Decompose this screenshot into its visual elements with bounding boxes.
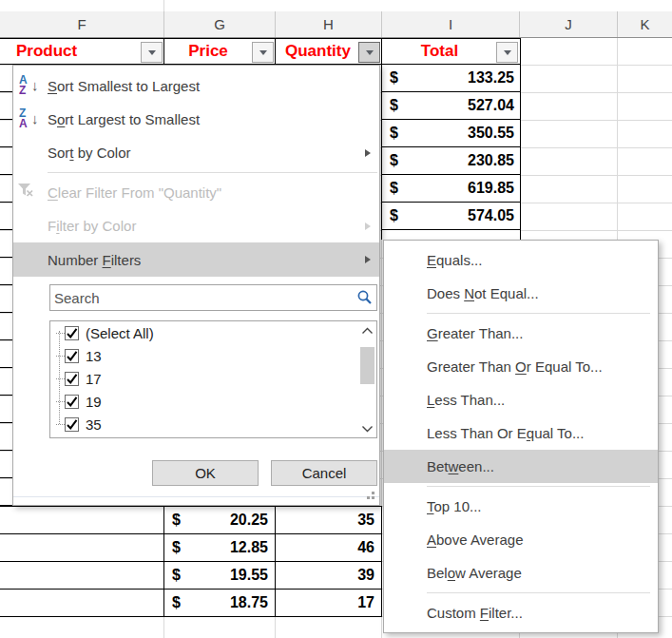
- tree-line: [56, 424, 65, 425]
- checkbox-checked[interactable]: [65, 395, 79, 409]
- sort-az-icon: AZ↓: [17, 74, 46, 99]
- submenu-item-greater-than[interactable]: Greater Than...: [384, 317, 658, 350]
- menu-item-label: Less Than Or Equal To...: [427, 425, 584, 441]
- cancel-button[interactable]: Cancel: [271, 460, 377, 486]
- column-header-h[interactable]: H: [276, 11, 382, 37]
- checkbox-checked[interactable]: [65, 372, 79, 386]
- submenu-arrow-icon: [365, 256, 371, 263]
- menu-item-sort-largest[interactable]: ZA↓ Sort Largest to Smallest: [13, 103, 379, 136]
- column-header-j[interactable]: J: [520, 11, 618, 37]
- table-row[interactable]: $12.85 46: [0, 534, 382, 562]
- submenu-item-greater-than-or-equal[interactable]: Greater Than Or Equal To...: [384, 350, 658, 383]
- table-row[interactable]: $574.05: [382, 203, 520, 230]
- menu-item-label: Custom Filter...: [427, 605, 523, 621]
- submenu-item-equals[interactable]: Equals...: [384, 243, 658, 277]
- table-row[interactable]: $20.25 35: [0, 507, 382, 534]
- list-item-value[interactable]: 35: [50, 413, 376, 435]
- tree-line: [56, 378, 65, 379]
- table-row[interactable]: $527.04: [382, 92, 520, 120]
- submenu-item-less-than-or-equal[interactable]: Less Than Or Equal To...: [384, 416, 658, 450]
- excel-worksheet: F G H I J K Product Price Quantity Total…: [0, 0, 672, 638]
- scroll-up-icon[interactable]: [358, 322, 376, 338]
- menu-item-label: Equals...: [427, 252, 482, 268]
- number-filters-submenu: Equals... Does Not Equal... Greater Than…: [383, 240, 659, 633]
- table-row[interactable]: $350.55: [382, 120, 520, 147]
- column-header-k[interactable]: K: [618, 11, 672, 37]
- price-cell[interactable]: $18.75: [164, 590, 276, 616]
- price-cell[interactable]: $19.55: [164, 562, 276, 589]
- menu-item-label: Top 10...: [427, 498, 482, 514]
- checkbox-checked[interactable]: [65, 417, 79, 432]
- product-filter-button[interactable]: [141, 42, 163, 63]
- product-cell-empty[interactable]: [0, 590, 164, 616]
- list-item-select-all[interactable]: (Select All): [50, 321, 376, 344]
- scrollbar-thumb[interactable]: [360, 347, 374, 384]
- menu-item-label: Above Average: [427, 532, 523, 548]
- bottom-data-rows: $20.25 35 $12.85 46 $19.55 39 $18.75 17: [0, 506, 382, 617]
- quantity-cell[interactable]: 46: [276, 534, 382, 561]
- column-header-i[interactable]: I: [382, 11, 520, 37]
- quantity-filter-button[interactable]: [358, 42, 380, 63]
- menu-item-label: Sort by Color: [48, 145, 131, 161]
- menu-item-sort-smallest[interactable]: AZ↓ Sort Smallest to Largest: [13, 69, 379, 103]
- scrollbar[interactable]: [358, 321, 376, 437]
- table-row[interactable]: $230.85: [382, 147, 520, 175]
- submenu-item-less-than[interactable]: Less Than...: [384, 383, 658, 416]
- clear-filter-icon: [17, 183, 46, 207]
- table-row[interactable]: $19.55 39: [0, 562, 382, 590]
- menu-item-label: Clear Filter From "Quantity": [48, 184, 221, 201]
- menu-bottom-strip: [13, 496, 379, 505]
- table-row[interactable]: $133.25: [382, 65, 520, 92]
- quantity-cell[interactable]: 39: [276, 562, 382, 589]
- quantity-cell[interactable]: 17: [276, 590, 382, 616]
- checkbox-checked[interactable]: [65, 326, 79, 340]
- menu-item-filter-by-color[interactable]: Filter by Color: [13, 209, 379, 242]
- menu-item-sort-by-color[interactable]: Sort by Color: [13, 136, 379, 169]
- scroll-down-icon[interactable]: [358, 420, 376, 436]
- submenu-item-above-average[interactable]: Above Average: [384, 523, 658, 556]
- product-cell-empty[interactable]: [0, 507, 164, 533]
- menu-item-clear-filter[interactable]: Clear Filter From "Quantity": [13, 176, 379, 209]
- price-cell[interactable]: $20.25: [164, 507, 276, 533]
- menu-item-label: Filter by Color: [48, 218, 136, 234]
- total-filter-button[interactable]: [496, 42, 518, 63]
- list-item-value[interactable]: 17: [50, 367, 376, 390]
- search-box: [49, 284, 377, 311]
- checkbox-checked[interactable]: [65, 349, 79, 363]
- menu-item-label: Number Filters: [48, 252, 141, 268]
- menu-item-label: Sort Smallest to Largest: [48, 78, 200, 94]
- search-input[interactable]: [49, 284, 377, 311]
- column-header-f[interactable]: F: [0, 11, 164, 37]
- menu-item-label: Sort Largest to Smallest: [48, 111, 200, 127]
- table-row[interactable]: $619.85: [382, 175, 520, 203]
- table-row[interactable]: $18.75 17: [0, 590, 382, 617]
- total-column-cells: $133.25 $527.04 $350.55 $230.85 $619.85 …: [381, 65, 521, 240]
- product-cell-empty[interactable]: [0, 534, 164, 561]
- sort-za-icon: ZA↓: [17, 107, 46, 132]
- price-filter-button[interactable]: [252, 42, 274, 63]
- dropdown-arrow-icon: [504, 50, 511, 55]
- submenu-item-between[interactable]: Between...: [384, 450, 658, 483]
- dropdown-arrow-icon: [148, 50, 156, 55]
- submenu-item-top-10[interactable]: Top 10...: [384, 490, 658, 523]
- list-item-value[interactable]: 19: [50, 390, 376, 413]
- submenu-item-does-not-equal[interactable]: Does Not Equal...: [384, 277, 658, 310]
- menu-separator: [427, 313, 650, 314]
- ok-button[interactable]: OK: [152, 460, 259, 486]
- quantity-cell[interactable]: 35: [276, 507, 382, 533]
- product-cell-empty[interactable]: [0, 562, 164, 589]
- resize-grip[interactable]: [366, 487, 375, 503]
- list-item-value[interactable]: 13: [50, 344, 376, 367]
- tree-line: [56, 356, 65, 357]
- submenu-item-custom-filter[interactable]: Custom Filter...: [384, 596, 658, 629]
- search-icon[interactable]: [356, 289, 373, 308]
- menu-item-number-filters[interactable]: Number Filters: [13, 242, 379, 277]
- top-strip: [0, 0, 672, 11]
- submenu-item-below-average[interactable]: Below Average: [384, 556, 658, 590]
- submenu-arrow-icon: [365, 149, 371, 157]
- quantity-header-label: Quantity: [285, 42, 354, 61]
- price-cell[interactable]: $12.85: [164, 534, 276, 561]
- column-header-g[interactable]: G: [164, 11, 276, 37]
- partial-cell: [382, 230, 520, 239]
- total-header-label: Total: [382, 42, 497, 61]
